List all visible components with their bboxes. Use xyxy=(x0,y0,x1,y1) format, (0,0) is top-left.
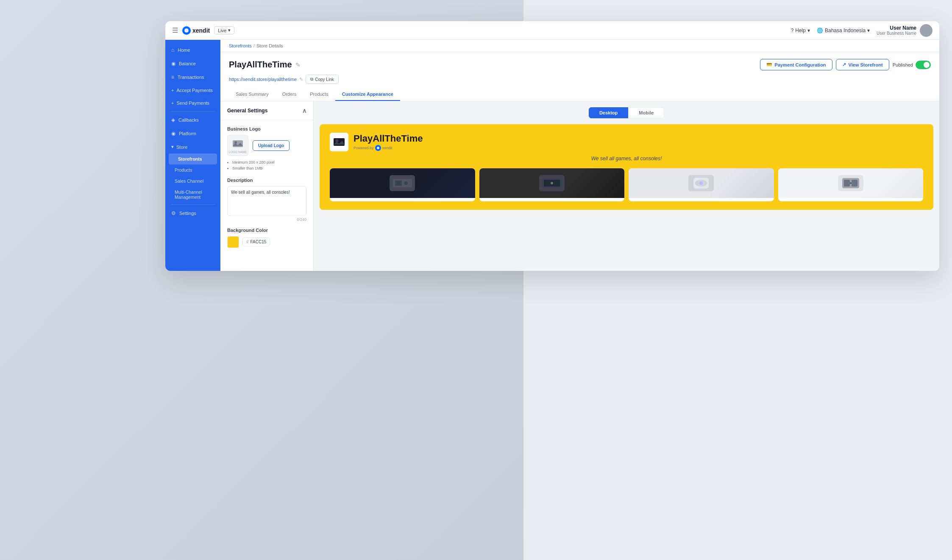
tab-label: Sales Summary xyxy=(236,92,269,97)
sidebar-item-balance[interactable]: ◉ Balance xyxy=(165,57,220,70)
nav-right: ? Help ▾ 🌐 Bahasa Indonesia ▾ User Name … xyxy=(791,24,933,37)
breadcrumb-current: Store Details xyxy=(256,43,283,48)
store-url-row: https://xendit.store/playallthetime ✎ ⧉ … xyxy=(229,75,931,84)
multi-channel-label: Multi-Channel Management xyxy=(175,189,214,200)
color-row: # FACC15 xyxy=(227,236,306,248)
callbacks-icon: ◈ xyxy=(171,117,175,123)
svg-rect-7 xyxy=(395,181,402,186)
preview-panel: Desktop Mobile xyxy=(314,101,939,271)
breadcrumb-parent[interactable]: Storefronts xyxy=(229,43,252,48)
content-split: General Settings ∧ Business Logo xyxy=(220,101,939,271)
svg-point-2 xyxy=(234,141,237,144)
list-item xyxy=(330,168,475,201)
sidebar-item-label: Store xyxy=(176,145,187,150)
language-button[interactable]: 🌐 Bahasa Indonesia ▾ xyxy=(817,28,870,33)
powered-brand: xendit xyxy=(382,146,392,150)
color-input[interactable]: # FACC15 xyxy=(242,237,270,246)
send-payments-expand-icon: + xyxy=(171,100,174,106)
user-info: User Name User Business Name xyxy=(877,24,933,37)
product-image-2 xyxy=(479,168,625,198)
published-toggle-switch[interactable] xyxy=(916,61,931,69)
settings-panel: General Settings ∧ Business Logo xyxy=(220,101,314,271)
tab-orders[interactable]: Orders xyxy=(276,88,303,101)
sidebar-item-send-payments[interactable]: + Send Payments xyxy=(165,97,220,109)
sidebar-item-settings[interactable]: ⚙ Settings xyxy=(165,206,220,220)
product-image-1 xyxy=(330,168,475,198)
credit-card-icon: 💳 xyxy=(766,62,772,67)
desktop-tab-label: Desktop xyxy=(599,110,618,115)
list-item xyxy=(629,168,774,201)
breadcrumb-separator: / xyxy=(253,43,255,48)
balance-icon: ◉ xyxy=(171,61,175,67)
sidebar-item-label: Platform xyxy=(179,131,196,136)
settings-section-header: General Settings ∧ xyxy=(220,101,313,120)
published-toggle: Published xyxy=(893,61,931,69)
lang-label: Bahasa Indonesia xyxy=(825,28,866,33)
settings-body: Business Logo LOGO NAME Upload Logo xyxy=(220,120,313,254)
view-storefront-button[interactable]: ↗ View Storefront xyxy=(836,59,889,70)
store-title: PlayAllTheTime ✎ xyxy=(229,60,301,70)
live-chevron-icon: ▾ xyxy=(228,28,231,33)
sidebar-item-accept-payments[interactable]: + Accept Payments xyxy=(165,84,220,97)
sidebar-sub-multi-channel[interactable]: Multi-Channel Management xyxy=(165,187,220,203)
copy-link-button[interactable]: ⧉ Copy Link xyxy=(306,75,338,84)
logo-hint-2: Smaller than 1MB xyxy=(232,165,306,171)
platform-icon: ◉ xyxy=(171,131,175,137)
sidebar-item-store[interactable]: ▾ Store xyxy=(165,140,220,153)
preview-tab-desktop[interactable]: Desktop xyxy=(589,107,628,118)
svg-point-8 xyxy=(404,181,408,185)
svg-point-0 xyxy=(184,28,189,33)
help-button[interactable]: ? Help ▾ xyxy=(791,28,810,33)
logo-hints: Minimum 200 x 200 pixel Smaller than 1MB xyxy=(227,159,306,172)
sidebar-item-callbacks[interactable]: ◈ Callbacks xyxy=(165,113,220,127)
preview-tab-mobile[interactable]: Mobile xyxy=(628,107,664,118)
user-avatar[interactable] xyxy=(920,24,933,37)
sidebar-item-label: Home xyxy=(178,47,190,53)
help-icon: ? xyxy=(791,28,794,33)
payment-config-button[interactable]: 💳 Payment Configuration xyxy=(760,59,832,70)
sidebar-item-label: Transactions xyxy=(178,75,204,80)
description-textarea[interactable]: We sell all games, all consoles! xyxy=(227,186,306,216)
svg-point-11 xyxy=(551,182,553,184)
list-item xyxy=(778,168,924,201)
preview-logo-svg xyxy=(333,136,345,148)
store-name-edit-icon[interactable]: ✎ xyxy=(295,61,301,68)
sidebar-sub-sales-channel[interactable]: Sales Channel xyxy=(165,176,220,187)
sidebar: ⌂ Home ◉ Balance ≡ Transactions + Accept… xyxy=(165,40,220,271)
settings-icon: ⚙ xyxy=(171,210,176,216)
sidebar-item-transactions[interactable]: ≡ Transactions xyxy=(165,70,220,84)
tab-label: Orders xyxy=(282,92,297,97)
accept-payments-expand-icon: + xyxy=(171,88,174,93)
sidebar-item-platform[interactable]: ◉ Platform xyxy=(165,127,220,140)
live-label: Live xyxy=(218,28,226,33)
svg-rect-3 xyxy=(334,138,345,146)
collapse-icon[interactable]: ∧ xyxy=(302,107,306,114)
tab-sales-summary[interactable]: Sales Summary xyxy=(229,88,276,101)
url-edit-icon[interactable]: ✎ xyxy=(299,77,303,82)
transactions-icon: ≡ xyxy=(171,74,174,80)
sidebar-sub-products[interactable]: Products xyxy=(165,164,220,176)
console-4-svg xyxy=(841,176,861,190)
logo-icon-svg xyxy=(232,138,244,150)
store-url: https://xendit.store/playallthetime xyxy=(229,77,297,82)
color-hash: # xyxy=(246,240,249,244)
hamburger-icon[interactable]: ☰ xyxy=(172,26,178,34)
store-title-row: PlayAllTheTime ✎ 💳 Payment Configuration… xyxy=(229,59,931,70)
browser-window: ☰ xendit Live ▾ ? Help ▾ 🌐 Bahasa Indone… xyxy=(165,21,939,271)
list-item xyxy=(479,168,625,201)
live-badge[interactable]: Live ▾ xyxy=(214,26,234,34)
logo-upload-area: LOGO NAME Upload Logo xyxy=(227,135,306,156)
sidebar-sub-storefronts[interactable]: Storefronts xyxy=(169,153,217,164)
view-storefront-label: View Storefront xyxy=(849,62,883,67)
sales-channel-label: Sales Channel xyxy=(175,178,203,184)
color-swatch[interactable] xyxy=(227,236,239,248)
upload-logo-button[interactable]: Upload Logo xyxy=(253,140,289,151)
lang-chevron-icon: ▾ xyxy=(867,28,870,33)
logo-hint-1: Minimum 200 x 200 pixel xyxy=(232,159,306,165)
tab-products[interactable]: Products xyxy=(303,88,335,101)
preview-logo xyxy=(330,133,348,151)
svg-rect-1 xyxy=(233,140,243,147)
store-actions: 💳 Payment Configuration ↗ View Storefron… xyxy=(760,59,931,70)
tab-customize-appearance[interactable]: Customize Appearance xyxy=(335,88,400,101)
sidebar-item-home[interactable]: ⌂ Home xyxy=(165,43,220,57)
